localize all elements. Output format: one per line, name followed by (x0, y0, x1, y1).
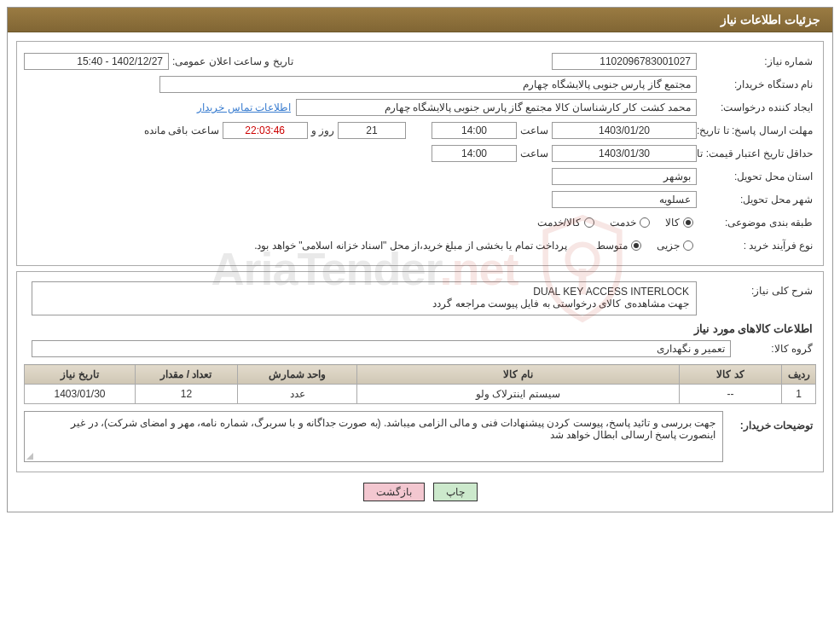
reply-deadline-date: 1403/01/20 (552, 122, 697, 139)
validity-date: 1403/01/30 (552, 145, 697, 162)
buyer-org-value: مجتمع گاز پارس جنوبی پالایشگاه چهارم (159, 76, 697, 93)
classification-label: طبقه بندی موضوعی: (697, 217, 816, 229)
time-label-2: ساعت (517, 148, 552, 159)
col-code: کد کالا (680, 365, 782, 385)
city-value: عسلویه (552, 191, 697, 208)
days-label: روز و (308, 124, 338, 136)
back-button[interactable]: بازگشت (363, 483, 425, 501)
radio-icon (683, 240, 693, 251)
page-frame: جزئیات اطلاعات نیاز شماره نیاز: 11020967… (7, 7, 833, 512)
requester-label: ایجاد کننده درخواست: (697, 101, 816, 113)
cell-row: 1 (782, 385, 816, 404)
remaining-label: ساعت باقی مانده (141, 124, 223, 136)
days-remaining: 21 (338, 122, 406, 139)
reply-deadline-label: مهلت ارسال پاسخ: تا تاریخ: (697, 124, 816, 136)
validity-time: 14:00 (432, 145, 517, 162)
radio-partial-label: جزیی (657, 240, 680, 252)
col-unit: واحد شمارش (238, 365, 357, 385)
items-table: ردیف کد کالا نام کالا واحد شمارش تعداد /… (24, 364, 816, 404)
cell-name: سیستم اینترلاک ولو (357, 385, 680, 404)
purchase-process-label: نوع فرآیند خرید : (697, 240, 816, 252)
radio-icon (640, 217, 650, 228)
announce-value: 1402/12/27 - 15:40 (24, 53, 169, 70)
cell-date: 1403/01/30 (25, 385, 136, 404)
cell-unit: عدد (238, 385, 357, 404)
announce-label: تاریخ و ساعت اعلان عمومی: (169, 55, 297, 67)
radio-icon (631, 240, 641, 251)
need-number-value: 1102096783001027 (552, 53, 697, 70)
col-name: نام کالا (357, 365, 680, 385)
need-number-label: شماره نیاز: (697, 55, 816, 67)
items-heading: اطلاعات کالاهای مورد نیاز (27, 322, 813, 335)
table-row: 1 -- سیستم اینترلاک ولو عدد 12 1403/01/3… (25, 385, 816, 404)
province-value: بوشهر (552, 168, 697, 185)
radio-service-label: خدمت (610, 217, 636, 229)
radio-goods[interactable]: کالا (665, 217, 693, 229)
radio-medium[interactable]: متوسط (596, 240, 641, 252)
section-items: شرح کلی نیاز: DUAL KEY ACCESS INTERLOCK … (16, 271, 824, 472)
buyer-notes-value: جهت بررسی و تائید پاسخ، پیوست کردن پیشنه… (24, 411, 723, 462)
countdown-timer: 22:03:46 (223, 122, 308, 139)
button-row: چاپ بازگشت (8, 483, 832, 501)
col-qty: تعداد / مقدار (136, 365, 238, 385)
table-header-row: ردیف کد کالا نام کالا واحد شمارش تعداد /… (25, 365, 816, 385)
page-title: جزئیات اطلاعات نیاز (8, 8, 832, 32)
radio-icon (683, 217, 693, 228)
goods-group-value: تعمیر و نگهداری (32, 340, 731, 357)
province-label: استان محل تحویل: (697, 171, 816, 182)
buyer-notes-label: توضیحات خریدار: (723, 411, 816, 431)
radio-goods-service[interactable]: کالا/خدمت (537, 217, 594, 229)
requester-value: محمد کشت کار کارشناسان کالا مجتمع گاز پا… (296, 99, 697, 116)
buyer-org-label: نام دستگاه خریدار: (697, 78, 816, 90)
classification-radios: کالا خدمت کالا/خدمت (537, 217, 697, 229)
radio-goods-label: کالا (665, 217, 680, 229)
purchase-process-radios: جزیی متوسط (596, 240, 697, 252)
reply-deadline-time: 14:00 (432, 122, 517, 139)
radio-icon (584, 217, 594, 228)
radio-service[interactable]: خدمت (610, 217, 650, 229)
purchase-process-note: پرداخت تمام یا بخشی از مبلغ خرید،از محل … (251, 240, 571, 252)
col-row: ردیف (782, 365, 816, 385)
description-value: DUAL KEY ACCESS INTERLOCK جهت مشاهده‌ی ک… (32, 281, 697, 315)
section-general: شماره نیاز: 1102096783001027 تاریخ و ساع… (16, 41, 824, 266)
time-label-1: ساعت (517, 124, 552, 136)
city-label: شهر محل تحویل: (697, 194, 816, 205)
buyer-contact-link[interactable]: اطلاعات تماس خریدار (192, 101, 296, 113)
print-button[interactable]: چاپ (433, 483, 478, 501)
cell-qty: 12 (136, 385, 238, 404)
col-date: تاریخ نیاز (25, 365, 136, 385)
goods-group-label: گروه کالا: (731, 343, 816, 355)
radio-medium-label: متوسط (596, 240, 628, 252)
radio-goods-service-label: کالا/خدمت (537, 217, 581, 229)
resize-handle-icon[interactable] (26, 453, 33, 460)
cell-code: -- (680, 385, 782, 404)
radio-partial[interactable]: جزیی (657, 240, 693, 252)
description-label: شرح کلی نیاز: (697, 281, 816, 297)
validity-label: حداقل تاریخ اعتبار قیمت: تا تاریخ: (697, 148, 816, 159)
